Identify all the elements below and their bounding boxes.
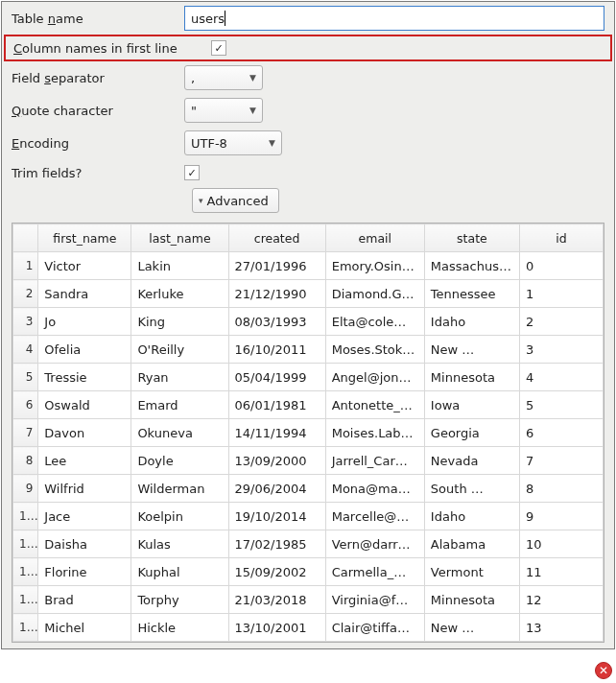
cell-first-name[interactable]: Jace — [38, 503, 131, 530]
cell-first-name[interactable]: Jo — [38, 308, 131, 336]
column-header[interactable]: created — [228, 224, 325, 252]
table-row[interactable]: 1VictorLakin27/01/1996Emory.Osin…Massach… — [13, 252, 604, 280]
cell-first-name[interactable]: Oswald — [38, 391, 131, 419]
close-icon[interactable]: ✕ — [595, 662, 612, 679]
cell-state[interactable]: Vermont — [424, 558, 519, 586]
cell-created[interactable]: 06/01/1981 — [228, 391, 325, 419]
cell-created[interactable]: 27/01/1996 — [228, 252, 325, 280]
cell-email[interactable]: Emory.Osin… — [325, 252, 424, 280]
cell-id[interactable]: 3 — [519, 336, 603, 364]
cell-created[interactable]: 13/09/2000 — [228, 447, 325, 475]
cell-id[interactable]: 11 — [519, 558, 603, 586]
cell-email[interactable]: Moses.Stok… — [325, 336, 424, 364]
table-row[interactable]: 6OswaldEmard06/01/1981Antonette_…Iowa5 — [13, 391, 604, 419]
cell-created[interactable]: 14/11/1994 — [228, 419, 325, 447]
cell-created[interactable]: 13/10/2001 — [228, 614, 325, 642]
cell-created[interactable]: 19/10/2014 — [228, 503, 325, 530]
cell-last-name[interactable]: King — [131, 308, 228, 336]
cell-id[interactable]: 10 — [519, 530, 603, 558]
cell-created[interactable]: 16/10/2011 — [228, 336, 325, 364]
cell-created[interactable]: 21/12/1990 — [228, 280, 325, 308]
cell-last-name[interactable]: Doyle — [131, 447, 228, 475]
cell-id[interactable]: 6 — [519, 419, 603, 447]
cell-first-name[interactable]: Victor — [38, 252, 131, 280]
trim-fields-checkbox[interactable]: ✓ — [184, 165, 200, 180]
column-header[interactable]: id — [519, 224, 603, 252]
cell-last-name[interactable]: Lakin — [131, 252, 228, 280]
cell-last-name[interactable]: O'Reilly — [131, 336, 228, 364]
cell-id[interactable]: 9 — [519, 503, 603, 530]
cell-state[interactable]: Georgia — [424, 419, 519, 447]
cell-last-name[interactable]: Kulas — [131, 530, 228, 558]
cell-state[interactable]: South … — [424, 475, 519, 503]
cell-first-name[interactable]: Ofelia — [38, 336, 131, 364]
cell-state[interactable]: Minnesota — [424, 586, 519, 614]
table-row[interactable]: 4OfeliaO'Reilly16/10/2011Moses.Stok…New … — [13, 336, 604, 364]
column-header[interactable]: last_name — [131, 224, 228, 252]
cell-last-name[interactable]: Okuneva — [131, 419, 228, 447]
table-row[interactable]: 13BradTorphy21/03/2018Virginia@f…Minneso… — [13, 586, 604, 614]
field-separator-combo[interactable]: , ▼ — [184, 65, 263, 90]
table-row[interactable]: 7DavonOkuneva14/11/1994Moises.Lab…Georgi… — [13, 419, 604, 447]
cell-last-name[interactable]: Emard — [131, 391, 228, 419]
table-row[interactable]: 10JaceKoelpin19/10/2014Marcelle@…Idaho9 — [13, 503, 604, 530]
cell-created[interactable]: 17/02/1985 — [228, 530, 325, 558]
cell-state[interactable]: Alabama — [424, 530, 519, 558]
cell-id[interactable]: 1 — [519, 280, 603, 308]
cell-id[interactable]: 4 — [519, 364, 603, 391]
table-row[interactable]: 3JoKing08/03/1993Elta@cole…Idaho2 — [13, 308, 604, 336]
cell-email[interactable]: Elta@cole… — [325, 308, 424, 336]
table-row[interactable]: 2SandraKerluke21/12/1990Diamond.G…Tennes… — [13, 280, 604, 308]
cell-email[interactable]: Clair@tiffa… — [325, 614, 424, 642]
cell-email[interactable]: Diamond.G… — [325, 280, 424, 308]
cell-state[interactable]: Minnesota — [424, 364, 519, 391]
column-names-checkbox[interactable]: ✓ — [211, 40, 226, 56]
cell-state[interactable]: Idaho — [424, 503, 519, 530]
cell-last-name[interactable]: Kuphal — [131, 558, 228, 586]
cell-first-name[interactable]: Davon — [38, 419, 131, 447]
cell-email[interactable]: Vern@darr… — [325, 530, 424, 558]
cell-state[interactable]: Tennessee — [424, 280, 519, 308]
cell-first-name[interactable]: Florine — [38, 558, 131, 586]
column-header[interactable]: state — [424, 224, 519, 252]
cell-last-name[interactable]: Kerluke — [131, 280, 228, 308]
cell-created[interactable]: 29/06/2004 — [228, 475, 325, 503]
cell-email[interactable]: Angel@jon… — [325, 364, 424, 391]
cell-created[interactable]: 21/03/2018 — [228, 586, 325, 614]
cell-email[interactable]: Jarrell_Car… — [325, 447, 424, 475]
cell-last-name[interactable]: Hickle — [131, 614, 228, 642]
column-header[interactable]: email — [325, 224, 424, 252]
cell-state[interactable]: Iowa — [424, 391, 519, 419]
table-name-input[interactable]: users — [184, 6, 604, 31]
cell-email[interactable]: Carmella_… — [325, 558, 424, 586]
cell-first-name[interactable]: Tressie — [38, 364, 131, 391]
cell-first-name[interactable]: Wilfrid — [38, 475, 131, 503]
cell-last-name[interactable]: Koelpin — [131, 503, 228, 530]
cell-created[interactable]: 05/04/1999 — [228, 364, 325, 391]
cell-id[interactable]: 12 — [519, 586, 603, 614]
cell-email[interactable]: Mona@ma… — [325, 475, 424, 503]
cell-last-name[interactable]: Ryan — [131, 364, 228, 391]
cell-created[interactable]: 08/03/1993 — [228, 308, 325, 336]
cell-first-name[interactable]: Lee — [38, 447, 131, 475]
table-row[interactable]: 8LeeDoyle13/09/2000Jarrell_Car…Nevada7 — [13, 447, 604, 475]
cell-email[interactable]: Marcelle@… — [325, 503, 424, 530]
cell-state[interactable]: Nevada — [424, 447, 519, 475]
cell-first-name[interactable]: Sandra — [38, 280, 131, 308]
cell-email[interactable]: Virginia@f… — [325, 586, 424, 614]
cell-last-name[interactable]: Torphy — [131, 586, 228, 614]
cell-first-name[interactable]: Daisha — [38, 530, 131, 558]
column-header[interactable]: first_name — [38, 224, 131, 252]
table-row[interactable]: 11DaishaKulas17/02/1985Vern@darr…Alabama… — [13, 530, 604, 558]
cell-state[interactable]: New … — [424, 336, 519, 364]
cell-state[interactable]: Massachus… — [424, 252, 519, 280]
encoding-combo[interactable]: UTF-8 ▼ — [184, 130, 282, 155]
cell-id[interactable]: 8 — [519, 475, 603, 503]
cell-state[interactable]: New … — [424, 614, 519, 642]
cell-id[interactable]: 13 — [519, 614, 603, 642]
cell-state[interactable]: Idaho — [424, 308, 519, 336]
table-row[interactable]: 14MichelHickle13/10/2001Clair@tiffa…New … — [13, 614, 604, 642]
table-row[interactable]: 9WilfridWilderman29/06/2004Mona@ma…South… — [13, 475, 604, 503]
cell-first-name[interactable]: Michel — [38, 614, 131, 642]
table-row[interactable]: 5TressieRyan05/04/1999Angel@jon…Minnesot… — [13, 364, 604, 391]
